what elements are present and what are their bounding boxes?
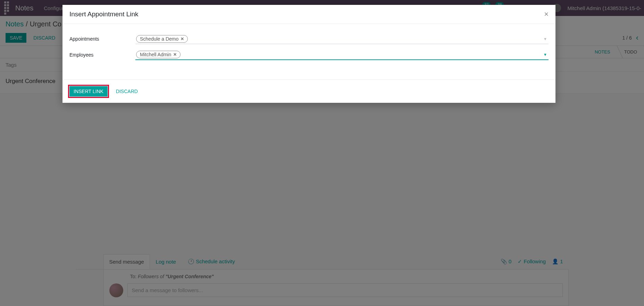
employees-field[interactable]: Mitchell Admin ✕ ▼	[135, 50, 549, 60]
discard-modal-button[interactable]: Discard	[112, 86, 142, 97]
close-icon[interactable]: ×	[544, 10, 549, 18]
remove-tag-icon[interactable]: ✕	[173, 52, 177, 57]
insert-appointment-modal: Insert Appointment Link × Appointments S…	[62, 5, 555, 103]
modal-title: Insert Appointment Link	[69, 10, 139, 18]
remove-tag-icon[interactable]: ✕	[181, 36, 184, 41]
appointments-field[interactable]: Schedule a Demo ✕ ▼	[135, 34, 549, 44]
chevron-down-icon[interactable]: ▼	[543, 37, 547, 41]
label-appointments: Appointments	[69, 36, 135, 42]
modal-header: Insert Appointment Link ×	[62, 5, 555, 24]
modal-body: Appointments Schedule a Demo ✕ ▼ Employe…	[62, 24, 555, 80]
modal-footer: Insert Link Discard	[62, 80, 555, 103]
employee-tag-label: Mitchell Admin	[140, 52, 171, 57]
chevron-down-icon[interactable]: ▼	[543, 52, 547, 57]
appointment-tag-label: Schedule a Demo	[140, 36, 178, 42]
insert-link-button[interactable]: Insert Link	[69, 86, 108, 97]
label-employees: Employees	[69, 52, 135, 58]
appointment-tag: Schedule a Demo ✕	[136, 35, 188, 43]
employee-tag: Mitchell Admin ✕	[136, 51, 181, 58]
